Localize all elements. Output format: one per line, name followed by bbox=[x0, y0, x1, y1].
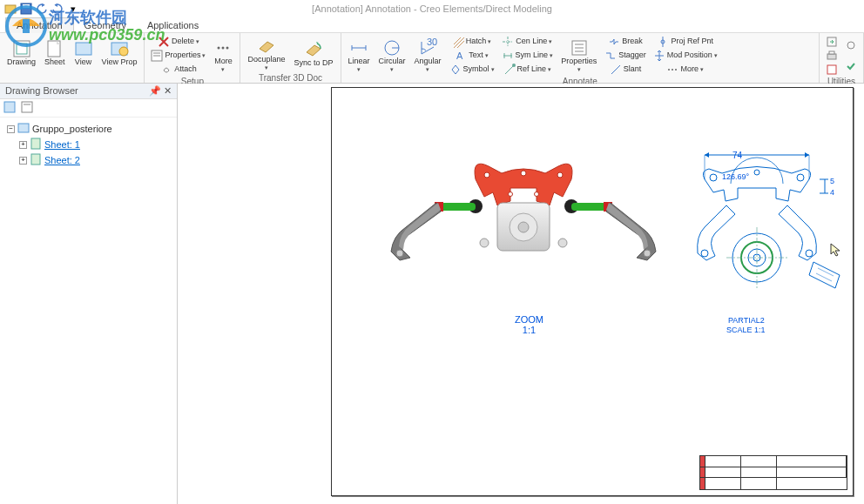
delete-button[interactable]: Delete▾ bbox=[148, 35, 208, 49]
svg-point-48 bbox=[484, 172, 489, 178]
linear-dim-button[interactable]: Linear▾ bbox=[345, 35, 374, 77]
tree-sheet-1[interactable]: Sheet: 1 bbox=[44, 139, 80, 150]
svg-line-25 bbox=[505, 65, 514, 74]
util-5-button[interactable] bbox=[842, 59, 860, 73]
util-1-button[interactable] bbox=[823, 35, 840, 49]
svg-point-61 bbox=[396, 250, 403, 257]
tab-geometry[interactable]: Geometry bbox=[74, 18, 137, 32]
more-setup-button[interactable]: More▾ bbox=[210, 35, 236, 77]
util-4-button[interactable] bbox=[842, 38, 860, 52]
ribbon-group-transfer: Docuplane▾ Sync to DP Transfer 3D Doc bbox=[240, 33, 341, 83]
svg-point-55 bbox=[518, 222, 529, 232]
svg-text:A: A bbox=[456, 50, 463, 61]
tree-root[interactable]: Gruppo_posteriore bbox=[32, 124, 112, 134]
util-3-button[interactable] bbox=[823, 63, 840, 77]
refline-button[interactable]: Ref Line▾ bbox=[499, 63, 557, 77]
angular-dim-button[interactable]: 30Angular▾ bbox=[411, 35, 445, 77]
svg-rect-46 bbox=[31, 138, 40, 149]
svg-point-16 bbox=[226, 47, 229, 50]
title-block bbox=[699, 455, 847, 490]
sync-dp-button[interactable]: Sync to DP bbox=[290, 35, 336, 73]
cenline-button[interactable]: Cen Line▾ bbox=[499, 35, 557, 49]
symline-button[interactable]: Sym Line▾ bbox=[499, 49, 557, 63]
more-annotate-button[interactable]: More▾ bbox=[651, 63, 720, 77]
svg-rect-38 bbox=[827, 54, 836, 59]
browser-tb-icon-2[interactable] bbox=[21, 101, 35, 115]
docuplane-button[interactable]: Docuplane▾ bbox=[244, 35, 288, 73]
view-prop-button[interactable]: View Prop bbox=[98, 35, 141, 71]
drawing-browser-panel: Drawing Browser 📌 ✕ − Gruppo_posteriore … bbox=[0, 84, 178, 504]
svg-point-26 bbox=[512, 64, 516, 67]
proj-ref-pnt-button[interactable]: Proj Ref Pnt bbox=[651, 35, 720, 49]
dim-angle: 126.69° bbox=[722, 172, 749, 181]
cursor-icon bbox=[830, 243, 844, 257]
qat-redo-icon[interactable] bbox=[51, 2, 64, 16]
svg-rect-40 bbox=[827, 65, 836, 74]
svg-rect-47 bbox=[31, 154, 40, 165]
qat-arrow-icon[interactable]: ▾ bbox=[66, 2, 80, 16]
expander-icon[interactable]: − bbox=[7, 125, 15, 133]
svg-point-35 bbox=[672, 69, 673, 71]
title-bar: ▾ [Annotation] Annotation - Creo Element… bbox=[0, 0, 864, 17]
svg-point-51 bbox=[509, 192, 513, 197]
svg-rect-43 bbox=[22, 102, 32, 112]
tab-applications[interactable]: Applications bbox=[137, 18, 209, 32]
text-button[interactable]: AText▾ bbox=[447, 49, 497, 63]
detail-scale-label: SCALE 1:1 bbox=[726, 326, 766, 334]
view-button[interactable]: View bbox=[71, 35, 97, 71]
svg-point-56 bbox=[480, 239, 489, 247]
drawing-canvas[interactable]: ZOOM1:1 bbox=[178, 84, 864, 504]
dim-5: 5 bbox=[830, 177, 834, 185]
detail-view-graphic bbox=[678, 144, 853, 327]
group-label-transfer: Transfer 3D Doc bbox=[244, 73, 336, 83]
qat-undo-icon[interactable] bbox=[35, 2, 49, 16]
ribbon-group-utilities: Utilities bbox=[820, 33, 864, 83]
main-view-zoom-label: ZOOM1:1 bbox=[515, 314, 543, 335]
stagger-button[interactable]: Stagger bbox=[602, 49, 649, 63]
break-button[interactable]: Break bbox=[602, 35, 649, 49]
expander-icon[interactable]: + bbox=[19, 141, 27, 149]
svg-rect-45 bbox=[18, 124, 29, 132]
sheet-icon bbox=[30, 153, 42, 167]
browser-tb-icon-1[interactable] bbox=[3, 101, 17, 115]
util-2-button[interactable] bbox=[823, 49, 840, 63]
tree-sheet-2[interactable]: Sheet: 2 bbox=[44, 155, 80, 165]
mod-position-button[interactable]: Mod Position▾ bbox=[651, 49, 720, 63]
slant-button[interactable]: Slant bbox=[602, 63, 649, 77]
expander-icon[interactable]: + bbox=[19, 157, 27, 165]
drawing-icon bbox=[17, 122, 30, 136]
svg-text:30: 30 bbox=[427, 37, 437, 47]
svg-point-73 bbox=[797, 174, 804, 181]
ribbon: Drawing Sheet View View Prop Delete▾ Pro… bbox=[0, 33, 864, 84]
qat-save-icon[interactable] bbox=[19, 2, 33, 16]
ribbon-group-annotate: Linear▾ Circular▾ 30Angular▾ Hatch▾ ATex… bbox=[341, 33, 820, 83]
svg-rect-39 bbox=[829, 51, 834, 54]
svg-point-72 bbox=[710, 174, 717, 181]
svg-point-15 bbox=[222, 47, 225, 50]
annot-properties-button[interactable]: Properties▾ bbox=[557, 35, 600, 77]
svg-point-76 bbox=[741, 242, 773, 273]
sheet-icon bbox=[30, 138, 42, 151]
svg-rect-42 bbox=[4, 102, 15, 112]
tab-annotation[interactable]: Annotation bbox=[5, 17, 74, 33]
circular-dim-button[interactable]: Circular▾ bbox=[375, 35, 409, 77]
tree: − Gruppo_posteriore + Sheet: 1 + Sheet: … bbox=[0, 118, 177, 171]
svg-point-81 bbox=[701, 250, 708, 257]
svg-rect-59 bbox=[441, 203, 476, 211]
svg-point-49 bbox=[521, 171, 526, 176]
drawing-sheet: ZOOM1:1 bbox=[331, 87, 854, 496]
main-area: Drawing Browser 📌 ✕ − Gruppo_posteriore … bbox=[0, 84, 864, 504]
properties-button[interactable]: Properties▾ bbox=[148, 49, 208, 63]
svg-point-34 bbox=[668, 69, 670, 71]
attach-button[interactable]: Attach bbox=[148, 63, 208, 77]
svg-point-65 bbox=[644, 250, 651, 257]
symbol-button[interactable]: Symbol▾ bbox=[447, 63, 497, 77]
close-panel-icon[interactable]: ✕ bbox=[164, 85, 172, 96]
qat-open-icon[interactable] bbox=[3, 2, 17, 16]
svg-rect-2 bbox=[5, 5, 16, 13]
sheet-button[interactable]: Sheet bbox=[41, 35, 69, 71]
svg-point-14 bbox=[218, 47, 220, 50]
drawing-button[interactable]: Drawing bbox=[3, 35, 39, 71]
hatch-button[interactable]: Hatch▾ bbox=[447, 35, 497, 49]
pin-icon[interactable]: 📌 bbox=[149, 85, 161, 96]
